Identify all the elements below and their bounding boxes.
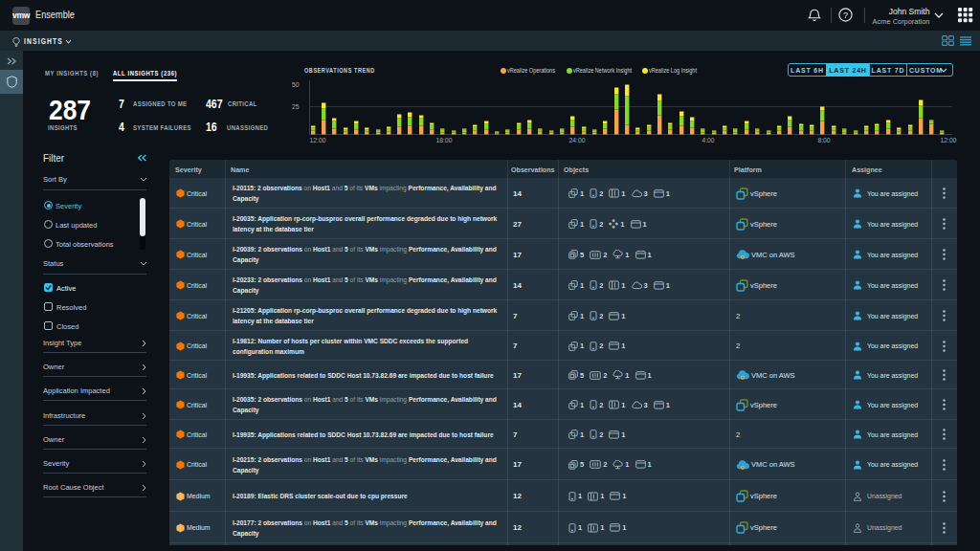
svg-text:?: ? xyxy=(843,11,848,20)
